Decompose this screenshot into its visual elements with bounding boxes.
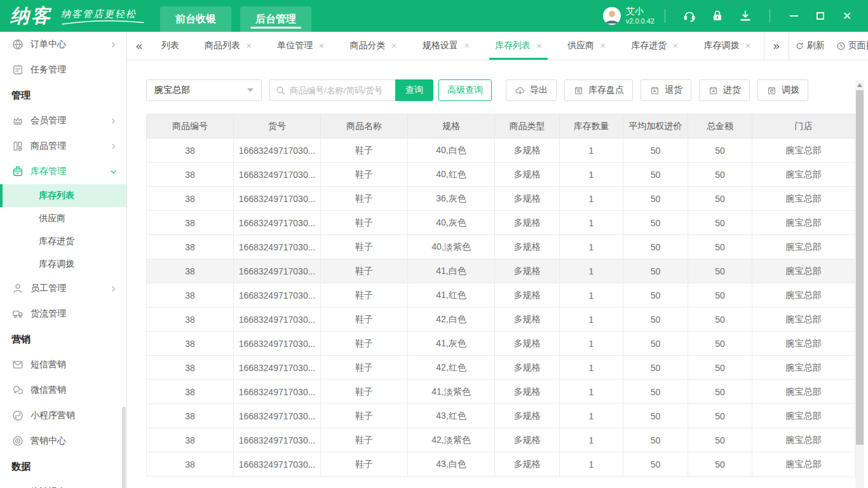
sidebar-subitem-库存进货[interactable]: 库存进货 xyxy=(0,230,126,253)
page-operations-button[interactable]: 页面操作 xyxy=(836,40,868,51)
more-tabs-icon[interactable] xyxy=(773,39,780,53)
collapse-tabs-icon[interactable] xyxy=(136,39,142,53)
tab-库存列表[interactable]: 库存列表 xyxy=(487,32,550,60)
close-tab-icon[interactable] xyxy=(745,43,751,50)
table-row[interactable]: 3816683249717030...鞋子36,灰色多规格15050腕宝总部 xyxy=(147,187,855,211)
cell-门店: 腕宝总部 xyxy=(752,283,855,308)
table-row[interactable]: 3816683249717030...鞋子43,白色多规格15050腕宝总部 xyxy=(147,452,855,477)
sidebar-item-营销中心[interactable]: 营销中心 xyxy=(0,428,126,454)
cell-商品编号: 38 xyxy=(147,259,234,283)
table-row[interactable]: 3816683249717030...鞋子40,灰色多规格15050腕宝总部 xyxy=(147,211,855,235)
调拨-button[interactable]: 调拨 xyxy=(757,79,808,101)
退货-button[interactable]: 退货 xyxy=(641,79,691,101)
lock-icon[interactable] xyxy=(710,9,724,23)
sidebar-subitem-供应商[interactable]: 供应商 xyxy=(0,207,126,230)
user-chip[interactable]: 艾小 v2.0.0.42 xyxy=(603,6,654,25)
sidebar-item-任务管理[interactable]: 任务管理 xyxy=(0,57,126,83)
sidebar-scrollbar-thumb[interactable] xyxy=(122,407,126,488)
sidebar-item-短信营销[interactable]: 短信营销 xyxy=(0,352,126,377)
table-row[interactable]: 3816683249717030...鞋子43,红色多规格15050腕宝总部 xyxy=(147,404,855,428)
sidebar-item-货流管理[interactable]: 货流管理 xyxy=(0,301,126,327)
table-row[interactable]: 3816683249717030...鞋子40,红色多规格15050腕宝总部 xyxy=(147,163,855,187)
tab-库存进货[interactable]: 库存进货 xyxy=(623,32,686,60)
库存盘点-button[interactable]: 库存盘点 xyxy=(564,79,633,101)
close-tab-icon[interactable] xyxy=(464,43,470,50)
tab-规格设置[interactable]: 规格设置 xyxy=(414,32,478,60)
cell-商品编号: 38 xyxy=(147,139,234,163)
tab-库存调拨[interactable]: 库存调拨 xyxy=(696,32,759,60)
sidebar-item-商品管理[interactable]: 商品管理 xyxy=(0,133,126,159)
cell-商品编号: 38 xyxy=(147,163,234,187)
table-row[interactable]: 3816683249717030...鞋子40,白色多规格15050腕宝总部 xyxy=(147,139,855,163)
sidebar-item-员工管理[interactable]: 员工管理 xyxy=(0,276,126,301)
support-headset-icon[interactable] xyxy=(682,9,696,23)
sidebar-item-会员管理[interactable]: 会员管理 xyxy=(0,108,126,133)
cell-商品类型: 多规格 xyxy=(495,356,560,380)
cell-货号: 16683249717030... xyxy=(234,380,321,404)
table-row[interactable]: 3816683249717030...鞋子41,淡紫色多规格15050腕宝总部 xyxy=(147,380,855,404)
scroll-up-arrow[interactable] xyxy=(855,80,864,90)
table-row[interactable]: 3816683249717030...鞋子41,灰色多规格15050腕宝总部 xyxy=(147,332,855,356)
table-row[interactable]: 3816683249717030...鞋子42,红色多规格15050腕宝总部 xyxy=(147,356,855,380)
topbar-tab-cashier[interactable]: 前台收银 xyxy=(160,6,231,32)
refresh-button[interactable]: 刷新 xyxy=(795,40,825,51)
cell-货号: 16683249717030... xyxy=(234,139,321,163)
cell-商品编号: 38 xyxy=(147,356,234,380)
scrollbar-thumb[interactable] xyxy=(856,90,864,445)
close-tab-icon[interactable] xyxy=(672,43,678,50)
sidebar-subitem-库存列表[interactable]: 库存列表 xyxy=(0,184,126,207)
table-row[interactable]: 3816683249717030...鞋子41,红色多规格15050腕宝总部 xyxy=(147,283,855,308)
tab-单位管理[interactable]: 单位管理 xyxy=(269,32,332,60)
cell-商品名称: 鞋子 xyxy=(321,259,408,283)
close-tab-icon[interactable] xyxy=(391,43,397,50)
close-tab-icon[interactable] xyxy=(600,43,606,50)
table-row[interactable]: 3816683249717030...鞋子42,淡紫色多规格15050腕宝总部 xyxy=(147,428,855,452)
tab-strip: 列表商品列表单位管理商品分类规格设置库存列表供应商库存进货库存调拨 刷新 页面操… xyxy=(127,32,868,60)
sidebar-item-小程序营销[interactable]: 小程序营销 xyxy=(0,403,126,428)
section-label: 营销 xyxy=(11,334,31,346)
topbar: 纳客 纳客管店更轻松 前台收银后台管理 艾小 v2.0.0.42 xyxy=(0,0,868,32)
envelope-icon xyxy=(11,358,24,371)
cell-库存数量: 1 xyxy=(560,259,623,283)
section-label: 管理 xyxy=(11,90,31,102)
advanced-query-button[interactable]: 高级查询 xyxy=(438,79,492,101)
导出-button[interactable]: 导出 xyxy=(506,79,557,101)
cell-库存数量: 1 xyxy=(560,283,623,308)
main-area: 列表商品列表单位管理商品分类规格设置库存列表供应商库存进货库存调拨 刷新 页面操… xyxy=(127,32,868,488)
table-row[interactable]: 3816683249717030...鞋子41,白色多规格15050腕宝总部 xyxy=(147,259,855,283)
close-tab-icon[interactable] xyxy=(318,43,324,50)
search-input[interactable] xyxy=(290,86,391,95)
tab-label: 商品列表 xyxy=(205,40,240,51)
tab-商品列表[interactable]: 商品列表 xyxy=(196,32,260,60)
sidebar-item-微信营销[interactable]: 微信营销 xyxy=(0,377,126,403)
tab-商品分类[interactable]: 商品分类 xyxy=(341,32,405,60)
close-tab-icon[interactable] xyxy=(536,43,542,50)
chevron-down-icon xyxy=(247,88,254,92)
minimize-button[interactable] xyxy=(788,10,799,22)
cell-商品编号: 38 xyxy=(147,428,234,452)
column-header-商品编号: 商品编号 xyxy=(147,114,234,139)
tab-列表[interactable]: 列表 xyxy=(153,32,187,60)
cell-规格: 41,红色 xyxy=(408,283,495,308)
sidebar-item-订单中心[interactable]: 订单中心 xyxy=(0,32,126,57)
sidebar-section-管理: 管理 xyxy=(0,83,126,108)
sidebar-item-label: 货流管理 xyxy=(31,308,118,320)
tab-label: 供应商 xyxy=(567,40,594,51)
sidebar-item-统计报表[interactable]: 统计报表 xyxy=(0,479,126,488)
query-button[interactable]: 查询 xyxy=(395,79,433,101)
cell-门店: 腕宝总部 xyxy=(752,211,855,235)
cell-货号: 16683249717030... xyxy=(234,259,321,283)
table-row[interactable]: 3816683249717030...鞋子42,白色多规格15050腕宝总部 xyxy=(147,308,855,332)
download-icon[interactable] xyxy=(738,9,752,23)
vertical-scrollbar xyxy=(855,80,864,488)
store-select[interactable]: 腕宝总部 xyxy=(146,79,262,101)
进货-button[interactable]: 进货 xyxy=(699,79,750,101)
maximize-button[interactable] xyxy=(815,10,826,22)
sidebar-item-库存管理[interactable]: 库存管理 xyxy=(0,159,126,184)
close-tab-icon[interactable] xyxy=(246,43,252,50)
tab-供应商[interactable]: 供应商 xyxy=(559,32,614,60)
topbar-tab-backend[interactable]: 后台管理 xyxy=(240,6,311,32)
sidebar-subitem-库存调拨[interactable]: 库存调拨 xyxy=(0,253,126,276)
table-row[interactable]: 3816683249717030...鞋子40,淡紫色多规格15050腕宝总部 xyxy=(147,235,855,259)
close-button[interactable] xyxy=(841,10,853,22)
